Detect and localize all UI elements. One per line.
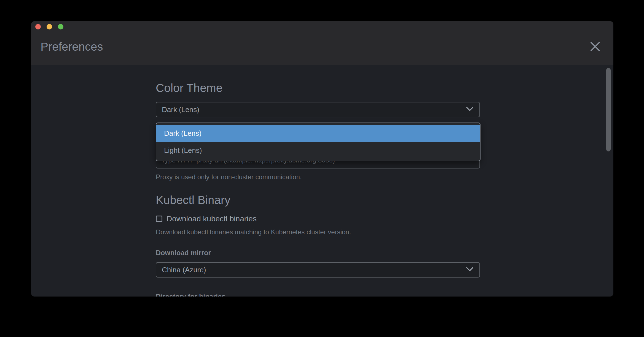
traffic-lights: [35, 24, 63, 29]
close-icon: [590, 41, 600, 53]
page-title: Preferences: [41, 40, 103, 54]
traffic-light-close[interactable]: [35, 24, 41, 29]
chevron-down-icon: [466, 107, 473, 112]
close-button[interactable]: [589, 40, 602, 53]
traffic-light-minimize[interactable]: [47, 24, 52, 29]
color-theme-section-heading-wrap: Color Theme: [156, 81, 222, 95]
traffic-light-zoom[interactable]: [58, 24, 63, 29]
titlebar: Preferences: [31, 21, 613, 65]
download-mirror-select[interactable]: China (Azure): [156, 262, 480, 278]
download-kubectl-checkbox-label: Download kubectl binaries: [167, 214, 257, 223]
proxy-hint-text: Proxy is used only for non-cluster commu…: [156, 173, 302, 181]
kubectl-binary-heading: Kubectl Binary: [156, 194, 230, 207]
kubectl-section-heading-wrap: Kubectl Binary: [156, 194, 230, 207]
download-mirror-label: Download mirror: [156, 249, 211, 257]
scrollbar-thumb[interactable]: [606, 68, 611, 151]
preferences-window: Preferences Color Theme Dark (Lens) Dark…: [31, 21, 613, 297]
color-theme-dropdown-menu: Dark (Lens) Light (Lens): [156, 123, 481, 161]
dropdown-option-light-lens[interactable]: Light (Lens): [156, 142, 480, 159]
download-kubectl-checkbox-row[interactable]: Download kubectl binaries: [156, 214, 257, 223]
checkbox-unchecked-icon[interactable]: [156, 216, 162, 222]
color-theme-heading: Color Theme: [156, 81, 222, 95]
directory-for-binaries-label: Directory for binaries: [156, 292, 226, 297]
kubectl-hint-text: Download kubectl binaries matching to Ku…: [156, 228, 351, 236]
chevron-down-icon: [466, 267, 473, 273]
color-theme-select-value: Dark (Lens): [162, 105, 199, 114]
download-mirror-select-value: China (Azure): [162, 266, 206, 274]
dropdown-option-dark-lens[interactable]: Dark (Lens): [156, 125, 480, 142]
color-theme-select[interactable]: Dark (Lens): [156, 102, 480, 117]
